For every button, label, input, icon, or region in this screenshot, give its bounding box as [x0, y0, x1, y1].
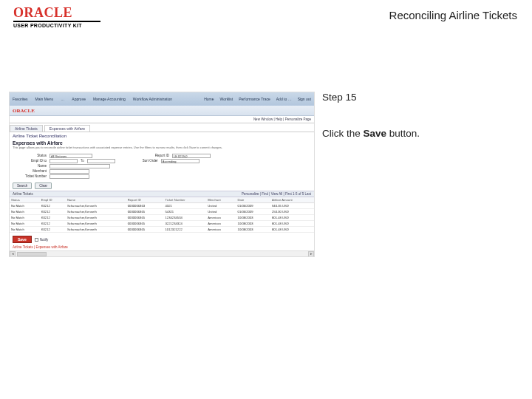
- topbar-left: Favorites Main Menu … Approve Manage Acc…: [13, 97, 172, 101]
- report-field[interactable]: LE 0219-0: [172, 154, 211, 158]
- filter-form: Status All Statuses Report ID LE 0219-0 …: [10, 151, 314, 181]
- save-bar: Save Notify: [13, 236, 48, 243]
- cell-emp: K0212: [40, 202, 66, 208]
- cell-amt: 801.48 USD: [270, 220, 314, 226]
- sort-label: Sort Order: [132, 159, 158, 163]
- link-add-to[interactable]: Add to …: [276, 97, 292, 101]
- page-header: ORACLE USER PRODUCTIVITY KIT Reconciling…: [0, 0, 532, 31]
- scroll-track[interactable]: [16, 252, 308, 256]
- instruction-pane: Step 15 Click the Save button.: [322, 92, 420, 257]
- empl-from-field[interactable]: [50, 159, 78, 163]
- table-row[interactable]: No MatchK0212Schumacher,Kenneth000000636…: [10, 202, 314, 208]
- form-buttons: Search Clear: [10, 181, 314, 191]
- col-name[interactable]: Name: [66, 197, 126, 203]
- clear-button[interactable]: Clear: [35, 183, 52, 189]
- cell-status: No Match: [10, 220, 40, 226]
- empl-label: Empl ID to: [13, 159, 47, 163]
- cell-rep: 0000006365: [126, 208, 164, 214]
- app-topbar: Favorites Main Menu … Approve Manage Acc…: [10, 92, 314, 106]
- nav-approve[interactable]: Approve: [72, 97, 86, 101]
- oracle-logo: ORACLE: [13, 6, 100, 19]
- table-header-row: Status Empl ID Name Report ID Ticket Num…: [10, 197, 314, 203]
- cell-status: No Match: [10, 226, 40, 232]
- col-date[interactable]: Date: [236, 197, 270, 203]
- cell-merch: United: [206, 208, 236, 214]
- cell-status: No Match: [10, 202, 40, 208]
- table-row[interactable]: No MatchK0212Schumacher,Kenneth000000636…: [10, 220, 314, 226]
- ticket-label: Ticket Number: [13, 174, 47, 178]
- scroll-left-icon[interactable]: ◂: [10, 251, 16, 257]
- cell-name: Schumacher,Kenneth: [66, 208, 126, 214]
- cell-date: 10/08/2003: [236, 214, 270, 220]
- cell-rep: 0000006365: [126, 220, 164, 226]
- instr-text-bold: Save: [364, 128, 387, 139]
- nav-manage-accounting[interactable]: Manage Accounting: [93, 97, 126, 101]
- tab-airline-tickets[interactable]: Airline Tickets: [10, 125, 43, 132]
- notify-control[interactable]: Notify: [35, 238, 49, 242]
- empl-to-field[interactable]: [87, 159, 115, 163]
- ticket-field[interactable]: [50, 174, 89, 179]
- name-label: Name: [13, 164, 47, 168]
- cell-merch: United: [206, 202, 236, 208]
- cell-ticket: 3221234324: [164, 220, 207, 226]
- upk-label: USER PRODUCTIVITY KIT: [13, 23, 100, 28]
- cell-merch: American: [206, 214, 236, 220]
- cell-emp: K0212: [40, 208, 66, 214]
- col-merchant[interactable]: Merchant: [206, 197, 236, 203]
- scroll-right-icon[interactable]: ▸: [308, 251, 314, 257]
- cell-ticket: 1234234534: [164, 214, 207, 220]
- cell-ticket: 4321: [164, 202, 207, 208]
- results-table: Status Empl ID Name Report ID Ticket Num…: [10, 197, 314, 233]
- link-worklist[interactable]: Worklist: [220, 97, 233, 101]
- cell-emp: K0212: [40, 214, 66, 220]
- cell-ticket: 1012321222: [164, 226, 207, 232]
- grid-header: Airline Tickets Personalize | Find | Vie…: [10, 191, 314, 197]
- instr-text-c: button.: [386, 128, 420, 139]
- save-button[interactable]: Save: [13, 236, 32, 243]
- topbar-right: Home Worklist Performance Trace Add to ……: [204, 97, 311, 101]
- col-amount[interactable]: Airfare Amount: [270, 197, 314, 203]
- notify-label: Notify: [40, 238, 49, 242]
- col-report[interactable]: Report ID: [126, 197, 164, 203]
- status-label: Status: [13, 154, 47, 157]
- cell-amt: 801.48 USD: [270, 226, 314, 232]
- cell-date: 01/06/2009: [236, 208, 270, 214]
- merchant-field[interactable]: [50, 169, 89, 174]
- scroll-thumb[interactable]: [17, 252, 47, 256]
- cell-name: Schumacher,Kenneth: [66, 214, 126, 220]
- cell-merch: American: [206, 220, 236, 226]
- cell-status: No Match: [10, 214, 40, 220]
- cell-name: Schumacher,Kenneth: [66, 220, 126, 226]
- cell-ticket: 54321: [164, 208, 207, 214]
- sort-select[interactable]: Ascending: [161, 159, 200, 163]
- cell-date: 10/08/2003: [236, 226, 270, 232]
- link-signout[interactable]: Sign out: [298, 97, 311, 101]
- grid-title: Airline Tickets: [13, 192, 33, 196]
- link-home[interactable]: Home: [204, 97, 214, 101]
- section-title: Airline Ticket Reconciliation: [10, 132, 314, 140]
- report-label: Report ID: [143, 154, 169, 157]
- app-linkbar[interactable]: New Window | Help | Personalize Page: [10, 116, 314, 123]
- col-ticket[interactable]: Ticket Number: [164, 197, 207, 203]
- link-perf-trace[interactable]: Performance Trace: [239, 97, 270, 101]
- nav-favorites[interactable]: Favorites: [13, 97, 28, 101]
- merchant-label: Merchant: [13, 169, 47, 173]
- bottom-tab-links[interactable]: Airline Tickets | Expenses with Airfare: [13, 245, 68, 249]
- status-select[interactable]: All Statuses: [50, 154, 92, 158]
- horizontal-scrollbar[interactable]: ◂ ▸: [10, 250, 314, 256]
- cell-amt: 250.00 USD: [270, 208, 314, 214]
- col-status[interactable]: Status: [10, 197, 40, 203]
- app-screenshot: Favorites Main Menu … Approve Manage Acc…: [9, 92, 315, 257]
- search-button[interactable]: Search: [13, 183, 32, 189]
- grid-tools[interactable]: Personalize | Find | View All | First 1-…: [242, 192, 311, 196]
- table-row[interactable]: No MatchK0212Schumacher,Kenneth000000636…: [10, 208, 314, 214]
- cell-name: Schumacher,Kenneth: [66, 226, 126, 232]
- table-row[interactable]: No MatchK0212Schumacher,Kenneth000000636…: [10, 226, 314, 232]
- tab-expenses-airfare[interactable]: Expenses with Airfare: [44, 125, 90, 132]
- col-empl[interactable]: Empl ID: [40, 197, 66, 203]
- instruction-line: Click the Save button.: [322, 128, 420, 139]
- name-field[interactable]: [50, 164, 110, 168]
- table-row[interactable]: No MatchK0212Schumacher,Kenneth000000636…: [10, 214, 314, 220]
- nav-workflow-admin[interactable]: Workflow Administration: [133, 97, 172, 101]
- nav-mainmenu[interactable]: Main Menu: [35, 97, 54, 101]
